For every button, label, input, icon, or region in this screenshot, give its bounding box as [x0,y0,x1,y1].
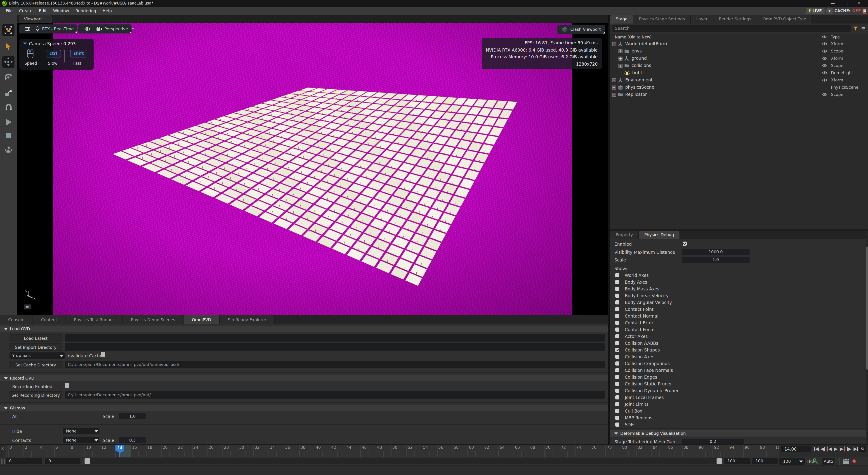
tetra-gap-field[interactable]: 0.2 [682,439,744,444]
menu-item-file[interactable]: File [3,7,16,15]
checkbox-collision-compounds[interactable] [615,361,619,365]
cache-document-icon[interactable] [863,8,866,13]
filter-icon[interactable] [853,26,858,31]
menu-item-help[interactable]: Help [99,7,115,15]
move-tool-button[interactable] [2,56,14,68]
search-input[interactable]: Search [612,25,851,32]
checkbox-body-angular-velocity[interactable] [615,300,619,304]
checkbox-collision-aabbs[interactable] [615,341,619,345]
zoom-handle-left[interactable] [85,458,90,464]
rotate-tool-button[interactable] [2,71,14,83]
checkbox-body-linear-velocity[interactable] [615,294,619,298]
tree-row-collisions[interactable]: +collisionsScope [610,62,868,69]
collapse-icon[interactable]: − [612,42,616,46]
set-recording-directory-button[interactable]: Set Recording Directory [9,391,62,398]
visibility-eye-icon[interactable] [822,92,827,97]
menu-item-edit[interactable]: Edit [36,7,50,15]
checkbox-collision-axes[interactable] [615,355,619,359]
gizmos-all-scale-field[interactable]: 1.0 [119,413,146,419]
stop-button[interactable] [2,129,14,142]
checkbox-collision-dynamic-pruner[interactable] [615,389,619,393]
set-import-directory-button[interactable]: Set Import Directory [9,344,62,351]
tab-omnipvd-object-tree[interactable]: OmniPVD Object Tree [757,15,812,24]
checkbox-joint-local-frames[interactable] [615,395,619,399]
import-directory-field[interactable] [65,344,605,351]
scale-tool-button[interactable] [2,86,14,98]
dock-tab-console[interactable]: Console [0,315,33,324]
tab-physics-stage-settings[interactable]: Physics Stage Settings [633,15,691,24]
fps-dropdown[interactable]: 120 [779,458,805,465]
camera-button[interactable]: Perspective [93,24,131,33]
tab-property[interactable]: Property [610,231,639,239]
checkbox-actor-axes[interactable] [615,334,619,338]
range-start-field[interactable]: 0 [6,458,42,464]
visibility-eye-icon[interactable] [822,41,827,46]
visibility-eye-icon[interactable] [822,78,827,82]
checkbox-joint-limits[interactable] [615,402,619,406]
visibility-eye-icon[interactable] [822,56,827,61]
recording-directory-field[interactable]: C:/Users/pierr/Documents/omni_pvd/out/ [65,391,605,398]
dock-tab-physics-demo-scenes[interactable]: Physics Demo Scenes [123,315,184,324]
checkbox-contact-point[interactable] [615,307,619,311]
selection-mode-button[interactable] [2,24,14,36]
checkbox-body-axes[interactable] [615,280,619,284]
range-end-field[interactable]: 100 [724,458,750,464]
checkbox-mbp-regions[interactable] [615,416,619,420]
previous-frame-button[interactable] [820,446,826,452]
cache-directory-field[interactable]: C:/Users/pierr/Documents/omni_pvd/out/om… [65,361,605,368]
expand-icon[interactable]: + [618,49,622,53]
expand-icon[interactable]: + [612,78,616,82]
deformable-section-header[interactable]: Deformable Debug Visualization [610,430,868,437]
next-frame-button[interactable] [846,446,852,452]
range-end2-field[interactable]: 100 [752,458,778,464]
clash-viewport-button[interactable]: Clash Viewport [557,25,605,34]
checkbox-body-mass-axes[interactable] [615,287,619,291]
checkbox-collision-face-normals[interactable] [615,368,619,372]
record-ovd-header[interactable]: Record OVD [0,375,608,381]
checkbox-collision-static-pruner[interactable] [615,382,619,386]
tab-render-settings[interactable]: Render Settings [713,15,757,24]
visibility-eye-icon[interactable] [822,49,827,53]
close-button[interactable]: × [854,0,864,7]
checkbox-collision-shapes[interactable] [615,348,619,352]
tree-row-envs[interactable]: +envsScope [610,48,868,55]
debug-scale-field[interactable]: 1.0 [682,257,749,263]
visibility-eye-icon[interactable] [822,63,827,68]
expand-icon[interactable]: + [612,93,616,97]
play-to-end-button[interactable] [839,446,845,452]
toolbar-expand-icon[interactable]: » [131,25,133,32]
play-button[interactable] [2,116,14,128]
panel-divider[interactable] [608,15,610,475]
play-backward-button[interactable] [827,446,832,452]
checkbox-contact-error[interactable] [615,321,619,325]
expand-icon[interactable]: + [618,57,622,61]
skip-to-end-button[interactable] [852,446,859,452]
menu-item-create[interactable]: Create [16,7,36,15]
recording-enabled-checkbox[interactable] [65,383,69,388]
tab-viewport[interactable]: Viewport [20,16,52,23]
load-latest-field[interactable] [65,334,605,342]
dock-tab-physics-test-runner[interactable]: Physics Test Runner [66,315,123,324]
timeline-ruler[interactable]: 0246810121416182022242628303234363840424… [5,445,779,458]
dock-tab-simready-explorer[interactable]: SimReady Explorer [220,315,275,324]
clapperboard-icon[interactable] [843,459,849,465]
live-dropdown-button[interactable]: ▼ [827,8,833,14]
gizmos-header[interactable]: Gizmos [0,405,608,411]
checkbox-sdfs[interactable] [615,422,619,426]
timeline-zoom-scrollbar[interactable] [84,458,722,464]
tree-row-light[interactable]: LightDomeLight [610,69,868,77]
tree-row-physicsscene[interactable]: +physicsScenePhysicsScene [610,84,868,91]
tree-row-world-defaultprim-[interactable]: −World (defaultPrim)Xform [610,40,868,48]
enabled-checkbox[interactable] [683,242,687,246]
tab-physics-debug[interactable]: Physics Debug [639,231,680,239]
load-ovd-header[interactable]: Load OVD [0,326,608,332]
expand-icon[interactable]: + [612,86,616,90]
tab-stage[interactable]: Stage [610,15,633,24]
skip-to-start-button[interactable] [813,446,819,452]
dock-tab-omnipvd[interactable]: OmniPVD [184,315,220,324]
timeline-close-icon[interactable]: x [1,446,4,451]
timeline-grip[interactable] [1,459,5,464]
up-axis-dropdown[interactable]: Y up axis [9,352,65,359]
load-latest-button[interactable]: Load Latest [9,334,62,342]
checkbox-contact-normal[interactable] [615,314,619,318]
